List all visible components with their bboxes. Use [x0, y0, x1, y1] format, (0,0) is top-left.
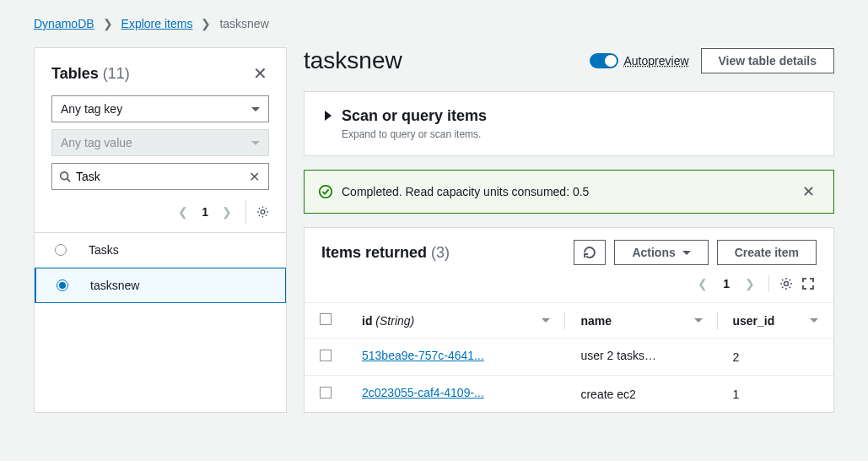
column-header-userid[interactable]: user_id [718, 303, 834, 339]
radio-icon[interactable] [57, 279, 68, 291]
search-input[interactable] [76, 170, 247, 183]
item-id-link[interactable]: 513bea9e-757c-4641... [362, 349, 484, 362]
next-page-icon[interactable]: ❯ [217, 202, 237, 222]
breadcrumb-section[interactable]: Explore items [121, 17, 193, 30]
cell-name: create ec2 [580, 388, 635, 401]
tag-value-select: Any tag value [51, 129, 269, 156]
refresh-icon [583, 246, 596, 259]
cell-userid: 2 [733, 350, 740, 364]
svg-point-0 [61, 172, 68, 180]
page-number: 1 [197, 205, 213, 219]
breadcrumb-service[interactable]: DynamoDB [34, 17, 94, 30]
autopreview-label[interactable]: Autopreview [623, 54, 688, 68]
prev-page-icon[interactable]: ❮ [173, 202, 193, 222]
table-row: 513bea9e-757c-4641... user 2 tasks… 2 [305, 339, 833, 376]
chevron-down-icon [682, 251, 691, 255]
items-table: id (String) name user_id [305, 302, 833, 412]
clear-search-icon[interactable]: ✕ [247, 167, 261, 187]
table-row[interactable]: Tasks [35, 233, 286, 268]
scan-query-card: Scan or query items Expand to query or s… [304, 91, 834, 156]
gear-icon[interactable] [778, 275, 795, 292]
check-circle-icon [318, 184, 333, 199]
items-page-number: 1 [718, 277, 735, 290]
cell-userid: 1 [733, 388, 740, 401]
tag-key-select[interactable]: Any tag key [51, 95, 269, 122]
expand-icon[interactable] [325, 111, 332, 121]
chevron-right-icon: ❯ [201, 17, 211, 30]
create-item-button[interactable]: Create item [717, 240, 817, 265]
success-alert: Completed. Read capacity units consumed:… [304, 170, 834, 214]
items-title: Items returned (3) [321, 244, 450, 262]
scan-query-title: Scan or query items [342, 107, 487, 125]
chevron-down-icon [251, 107, 260, 111]
svg-point-3 [320, 186, 332, 198]
tables-title: Tables (11) [51, 65, 130, 83]
view-table-details-button[interactable]: View table details [701, 48, 834, 73]
column-header-id[interactable]: id (String) [347, 303, 565, 339]
refresh-button[interactable] [574, 240, 606, 265]
table-name: tasksnew [90, 279, 139, 292]
item-id-link[interactable]: 2c023055-caf4-4109-... [362, 386, 484, 399]
fullscreen-icon[interactable] [800, 275, 817, 292]
scan-query-subtitle: Expand to query or scan items. [342, 128, 487, 140]
items-returned-card: Items returned (3) Actions Create item ❮ [304, 227, 834, 413]
table-row: 2c023055-caf4-4109-... create ec2 1 [305, 376, 833, 413]
chevron-right-icon: ❯ [103, 17, 113, 30]
select-all-checkbox[interactable] [320, 313, 332, 325]
prev-items-page-icon[interactable]: ❮ [693, 274, 713, 294]
row-checkbox[interactable] [320, 350, 332, 361]
breadcrumb-current: tasksnew [219, 17, 268, 30]
sort-icon[interactable] [810, 318, 818, 323]
search-icon [59, 171, 71, 182]
table-name: Tasks [89, 243, 119, 257]
row-checkbox[interactable] [320, 387, 332, 399]
actions-button[interactable]: Actions [614, 240, 708, 265]
page-title: tasksnew [304, 47, 402, 74]
autopreview-toggle[interactable] [590, 53, 618, 68]
svg-point-2 [261, 210, 265, 214]
search-input-wrapper[interactable]: ✕ [51, 163, 269, 190]
next-items-page-icon[interactable]: ❯ [740, 274, 760, 294]
svg-line-1 [67, 179, 71, 182]
radio-icon[interactable] [55, 244, 67, 256]
svg-point-4 [784, 282, 789, 286]
table-row[interactable]: tasksnew [35, 268, 286, 303]
alert-message: Completed. Read capacity units consumed:… [342, 185, 789, 198]
chevron-down-icon [251, 141, 260, 145]
breadcrumb: DynamoDB ❯ Explore items ❯ tasksnew [0, 0, 868, 39]
sort-icon[interactable] [694, 318, 703, 323]
column-header-name[interactable]: name [565, 303, 717, 339]
close-icon[interactable]: ✕ [251, 62, 269, 85]
sort-icon[interactable] [542, 318, 550, 323]
cell-name: user 2 tasks… [580, 349, 655, 362]
gear-icon[interactable] [245, 200, 269, 224]
dismiss-alert-icon[interactable]: ✕ [797, 181, 820, 203]
tables-panel: Tables (11) ✕ Any tag key Any tag value [34, 47, 287, 413]
